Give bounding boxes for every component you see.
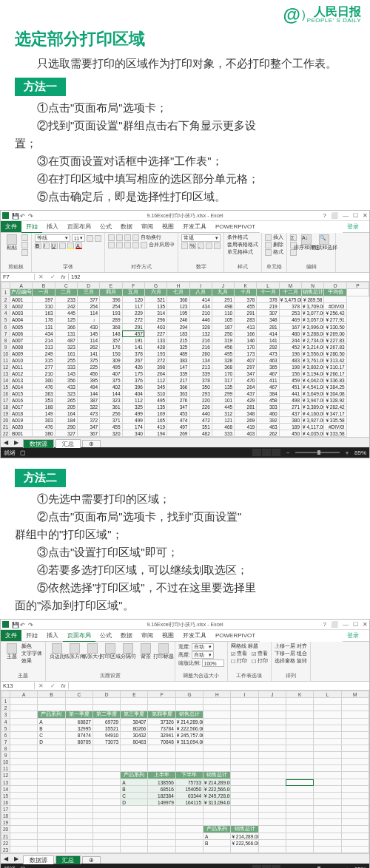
data-cell[interactable] (314, 752, 341, 759)
tab-devtools[interactable]: 开发工具 (178, 630, 211, 642)
data-cell[interactable]: A003 (10, 310, 33, 316)
data-cell[interactable]: 149979 (148, 799, 175, 806)
data-cell[interactable]: 226 (189, 404, 212, 410)
data-cell[interactable] (341, 793, 369, 799)
data-cell[interactable]: 250 (212, 330, 234, 337)
fill-color-icon[interactable] (67, 243, 74, 249)
data-cell[interactable] (10, 819, 38, 826)
col-head[interactable]: D (77, 282, 99, 289)
view-buttons-1[interactable] (252, 449, 280, 456)
headview-check[interactable]: ☑ (252, 651, 256, 657)
data-cell[interactable]: 445 (212, 404, 234, 410)
data-header[interactable]: 一月 (33, 289, 55, 296)
data-cell[interactable] (175, 698, 203, 705)
normal-view-icon[interactable] (252, 449, 261, 456)
tab-review[interactable]: 审阅 (137, 630, 158, 642)
data-cell[interactable]: 141 (257, 337, 279, 344)
undo-icon[interactable]: ↶ (20, 213, 25, 218)
data-cell[interactable]: 265 (55, 397, 77, 404)
data-cell[interactable] (314, 711, 341, 719)
orient-btn[interactable]: 纸张方向 (67, 643, 83, 660)
data-cell[interactable]: 476 (33, 424, 55, 430)
data-cell[interactable] (231, 719, 258, 725)
data-cell[interactable]: 441 (279, 390, 301, 397)
data-cell[interactable]: 272 (144, 357, 166, 364)
data-cell[interactable]: 195 (167, 310, 189, 316)
data-cell[interactable]: ¥ 256.42 (324, 310, 346, 316)
tab-login[interactable]: 登录 (343, 630, 369, 642)
data-cell[interactable]: 166 (235, 330, 257, 337)
data-cell[interactable]: ¥ 3,556.00 (302, 350, 324, 357)
data-cell[interactable] (341, 813, 369, 819)
row-head[interactable]: 15 (1, 793, 10, 799)
zoom-in-icon[interactable]: ＋ (344, 865, 350, 868)
data-cell[interactable]: A016 (10, 397, 33, 404)
data-cell[interactable]: 264 (144, 370, 166, 377)
data-cell[interactable]: 184 (55, 417, 77, 424)
data-cell[interactable]: C (121, 793, 148, 799)
margin-btn[interactable]: 页边距 (49, 643, 65, 660)
col-head[interactable]: F (148, 691, 175, 698)
data-cell[interactable]: 296 (144, 316, 166, 324)
data-cell[interactable]: 242 (55, 303, 77, 310)
sheet-tab-source[interactable]: 数据源 (23, 439, 54, 448)
row-head[interactable]: 1 (1, 289, 10, 296)
data-cell[interactable] (314, 745, 341, 752)
data-cell[interactable]: ¥ 3,194.00 (302, 370, 324, 377)
data-cell[interactable]: 269 (167, 430, 189, 437)
data-cell[interactable] (314, 765, 341, 772)
data-cell[interactable] (314, 719, 341, 725)
maximize-icon[interactable]: ☐ (353, 212, 358, 219)
data-cell[interactable]: 368 (100, 324, 122, 330)
data-cell[interactable] (231, 813, 258, 819)
data-cell[interactable] (10, 745, 38, 752)
data-cell[interactable]: 289 (100, 316, 122, 324)
data-cell[interactable] (65, 847, 92, 853)
row-head[interactable]: 13 (1, 370, 10, 377)
data-cell[interactable]: 176 (100, 344, 122, 350)
data-cell[interactable] (258, 840, 286, 847)
tab-file[interactable]: 文件 (1, 630, 21, 642)
data-cell[interactable] (258, 732, 286, 739)
data-cell[interactable] (175, 806, 203, 813)
data-cell[interactable]: 380 (279, 417, 301, 424)
group-obj[interactable]: 组合 (297, 651, 307, 657)
row-head[interactable]: 21 (1, 424, 10, 430)
data-cell[interactable]: 112 (122, 397, 144, 404)
data-cell[interactable] (258, 847, 286, 853)
row-head[interactable]: 10 (1, 350, 10, 357)
data-cell[interactable] (231, 847, 258, 853)
col-head[interactable]: K (286, 691, 313, 698)
row-head[interactable]: 2 (1, 705, 10, 711)
data-cell[interactable]: 233 (55, 296, 77, 303)
data-cell[interactable] (258, 745, 286, 752)
data-cell[interactable] (38, 698, 65, 705)
font-face-select[interactable]: 等线▾ (35, 234, 70, 242)
data-cell[interactable] (314, 779, 341, 786)
data-cell[interactable] (341, 799, 369, 806)
data-cell[interactable]: 294 (167, 324, 189, 330)
align-left-icon[interactable] (108, 242, 115, 248)
data-cell[interactable] (10, 759, 38, 765)
data-cell[interactable]: 132 (189, 330, 212, 337)
data-cell[interactable] (65, 806, 92, 813)
tab-home[interactable]: 开始 (21, 221, 42, 233)
data-cell[interactable]: 196 (279, 350, 301, 357)
data-cell[interactable]: 244 (279, 337, 301, 344)
data-cell[interactable]: 220 (189, 397, 212, 404)
data-cell[interactable] (231, 739, 258, 745)
data-cell[interactable]: 468 (212, 424, 234, 430)
data-cell[interactable] (92, 840, 120, 847)
data-cell[interactable]: 363 (33, 390, 55, 397)
data-cell[interactable]: 125 (55, 316, 77, 324)
data-cell[interactable]: 434 (33, 330, 55, 337)
data-cell[interactable]: 163 (33, 310, 55, 316)
data-cell[interactable] (65, 833, 92, 840)
data-cell[interactable]: ¥ 3,288.00 (302, 330, 324, 337)
data-cell[interactable]: 323 (100, 397, 122, 404)
fx-icon[interactable]: fx (58, 682, 69, 689)
cond-format-btn[interactable]: 条件格式 (227, 234, 258, 241)
data-cell[interactable] (258, 739, 286, 745)
data-cell[interactable] (204, 725, 231, 732)
data-cell[interactable] (148, 759, 175, 765)
